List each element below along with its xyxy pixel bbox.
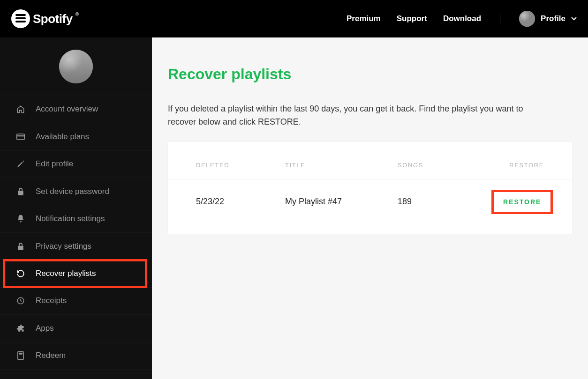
chevron-down-icon	[571, 17, 577, 21]
restore-button[interactable]: RESTORE	[503, 198, 541, 206]
sidebar-item-privacy-settings[interactable]: Privacy settings	[0, 233, 152, 260]
sidebar-avatar-wrap	[0, 37, 152, 96]
bell-icon	[16, 214, 25, 223]
home-icon	[16, 104, 25, 114]
sidebar-item-label: Receipts	[36, 296, 67, 305]
cell-deleted: 5/23/22	[196, 197, 285, 207]
sidebar: Account overview Available plans Edit pr…	[0, 37, 152, 379]
sidebar-item-notification-settings[interactable]: Notification settings	[0, 205, 152, 232]
sidebar-item-label: Recover playlists	[36, 269, 96, 278]
table-header-row: DELETED TITLE SONGS RESTORE	[168, 151, 572, 179]
sidebar-item-account-overview[interactable]: Account overview	[0, 96, 152, 123]
refresh-icon	[16, 269, 25, 278]
nav-divider	[500, 14, 500, 24]
sidebar-item-redeem[interactable]: Redeem	[0, 342, 152, 370]
spotify-logo[interactable]: Spotify ®	[11, 9, 79, 28]
sidebar-item-available-plans[interactable]: Available plans	[0, 123, 152, 150]
playlists-table: DELETED TITLE SONGS RESTORE 5/23/22 My P…	[168, 142, 572, 234]
svg-rect-0	[17, 134, 25, 140]
cell-songs: 189	[398, 197, 491, 207]
svg-rect-3	[18, 245, 23, 250]
cell-title: My Playlist #47	[285, 197, 398, 207]
nav-download[interactable]: Download	[443, 14, 481, 23]
sidebar-item-set-device-password[interactable]: Set device password	[0, 178, 152, 205]
registered-mark: ®	[75, 12, 79, 17]
table-row: 5/23/22 My Playlist #47 189 RESTORE	[168, 179, 572, 224]
cell-restore: RESTORE	[491, 190, 553, 214]
sidebar-item-recover-playlists[interactable]: Recover playlists	[0, 260, 152, 287]
column-songs: SONGS	[398, 162, 491, 169]
profile-menu[interactable]: Profile	[519, 11, 577, 27]
clock-icon	[16, 296, 25, 305]
lock-icon	[16, 187, 25, 196]
svg-rect-6	[19, 353, 22, 354]
sidebar-item-edit-profile[interactable]: Edit profile	[0, 151, 152, 178]
sidebar-item-label: Available plans	[36, 132, 89, 141]
lock-icon	[16, 242, 25, 251]
nav-premium[interactable]: Premium	[347, 14, 381, 23]
svg-rect-1	[17, 135, 25, 136]
avatar	[519, 11, 535, 27]
voucher-icon	[16, 351, 25, 360]
svg-rect-2	[18, 191, 23, 195]
page-description: If you deleted a playlist within the las…	[168, 103, 534, 129]
header-nav: Premium Support Download Profile	[347, 11, 577, 27]
main-content: Recover playlists If you deleted a playl…	[152, 37, 588, 379]
highlight-annotation: RESTORE	[491, 190, 553, 214]
header: Spotify ® Premium Support Download Profi…	[0, 0, 588, 37]
column-deleted: DELETED	[196, 162, 285, 169]
page-title: Recover playlists	[168, 66, 572, 89]
spotify-logo-icon	[11, 9, 30, 28]
sidebar-item-label: Notification settings	[36, 214, 105, 223]
sidebar-item-label: Privacy settings	[36, 242, 91, 251]
column-restore: RESTORE	[491, 162, 544, 169]
column-title: TITLE	[285, 162, 398, 169]
sidebar-item-label: Apps	[36, 324, 54, 333]
nav-support[interactable]: Support	[397, 14, 427, 23]
sidebar-item-label: Edit profile	[36, 159, 73, 169]
avatar[interactable]	[59, 50, 93, 83]
sidebar-item-label: Set device password	[36, 187, 109, 196]
puzzle-icon	[16, 324, 25, 333]
sidebar-item-apps[interactable]: Apps	[0, 315, 152, 342]
profile-label: Profile	[541, 14, 565, 23]
sidebar-item-label: Redeem	[36, 351, 66, 360]
sidebar-item-label: Account overview	[36, 104, 98, 114]
spotify-logo-text: Spotify	[33, 12, 73, 26]
pencil-icon	[16, 159, 25, 169]
card-icon	[16, 132, 25, 141]
sidebar-item-receipts[interactable]: Receipts	[0, 288, 152, 315]
